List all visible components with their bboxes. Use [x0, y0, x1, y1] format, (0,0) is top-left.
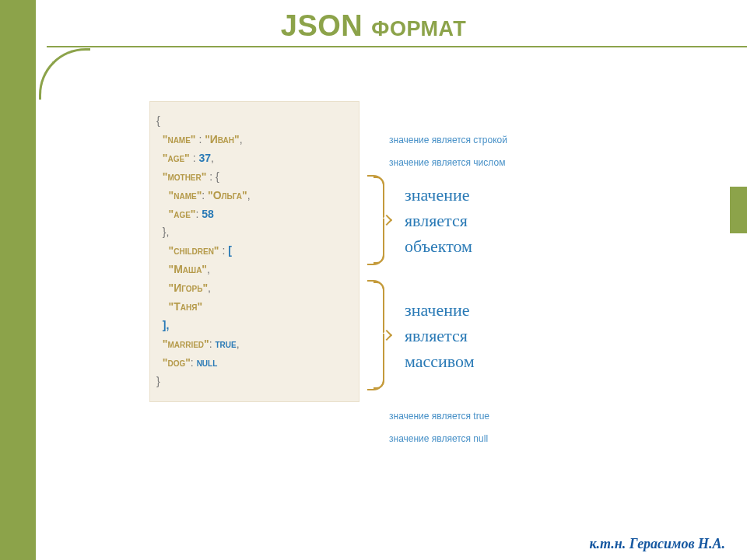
note-object: значение является объектом — [405, 182, 472, 259]
left-band — [0, 0, 36, 560]
slide-title: JSON формат — [0, 9, 747, 43]
json-code-block: { "name" : "Иван", "age" : 37, "mother" … — [149, 101, 359, 402]
note-null: значение является null — [389, 432, 488, 446]
brace-object — [367, 175, 384, 265]
corner-arc — [39, 48, 132, 142]
note-string: значение является строкой — [389, 133, 507, 147]
right-edge-mark — [730, 187, 747, 233]
note-true: значение является true — [389, 409, 489, 423]
top-rule — [47, 46, 747, 47]
note-array: значение является массивом — [405, 297, 475, 374]
brace-array — [367, 280, 384, 390]
author-credit: к.т.н. Герасимов Н.А. — [589, 536, 725, 552]
note-number: значение является числом — [389, 156, 505, 170]
